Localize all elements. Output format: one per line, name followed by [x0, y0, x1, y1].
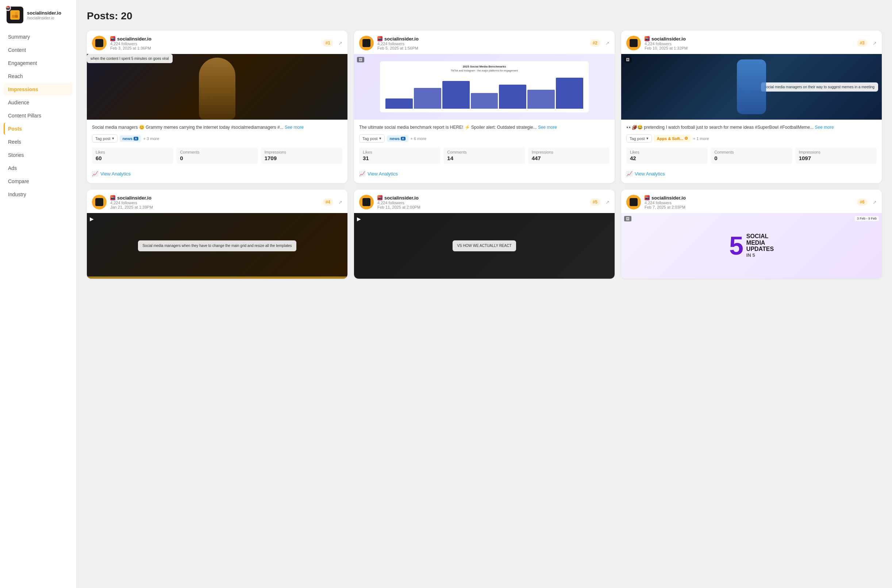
- instagram-icon-6: 📷: [644, 195, 650, 200]
- main-content: Posts: 20 📷 socialinsider.io 4,224 follo…: [77, 0, 892, 588]
- tag-more-3: + 1 more: [693, 136, 709, 141]
- stats-row-2: Likes 31 Comments 14 Impressions 447: [359, 147, 610, 164]
- analytics-icon-2: 📈: [359, 171, 365, 177]
- tag-news-2[interactable]: news A: [387, 135, 408, 142]
- instagram-icon-4: 📷: [110, 195, 115, 200]
- chart-bar: [471, 93, 498, 109]
- external-link-2[interactable]: ↗: [605, 40, 610, 46]
- see-more-1[interactable]: See more: [285, 125, 304, 130]
- post-account-name-1: 📷 socialinsider.io: [110, 36, 319, 42]
- instagram-icon-1: 📷: [110, 36, 115, 41]
- tag-post-btn-3[interactable]: Tag post ▾: [626, 134, 652, 142]
- view-analytics-btn-3[interactable]: 📈 View Analytics: [626, 168, 665, 179]
- sidebar-item-summary[interactable]: Summary: [4, 31, 73, 43]
- sidebar-item-impressions[interactable]: Impressions: [4, 83, 73, 96]
- tag-post-btn-2[interactable]: Tag post ▾: [359, 134, 385, 142]
- tag-post-btn-1[interactable]: Tag post ▾: [92, 134, 117, 142]
- post-rank-6: #6: [857, 198, 868, 206]
- tag-news-1[interactable]: news A: [120, 135, 141, 142]
- sidebar-item-content-pillars[interactable]: Content Pillars: [4, 110, 73, 122]
- stat-likes-1: Likes 60: [92, 147, 173, 164]
- post-rank-2: #2: [590, 39, 601, 47]
- svg-rect-2: [12, 15, 15, 18]
- post-image-5: ▶ VS HOW WE ACTUALLY REACT: [354, 213, 615, 279]
- see-more-3[interactable]: See more: [815, 125, 834, 130]
- post-image-6: 🖼 3 Feb - 9 Feb 5 SOCIAL MEDIA UPDATES I…: [621, 213, 882, 279]
- post-account-name-2: 📷 socialinsider.io: [377, 36, 586, 42]
- post-rank-4: #4: [323, 198, 333, 206]
- chart-bar: [385, 99, 413, 109]
- post-rank-1: #1: [323, 39, 333, 47]
- svg-rect-0: [12, 12, 15, 15]
- sidebar-item-reels[interactable]: Reels: [4, 136, 73, 148]
- post-text-1: Social media managers 😊 Grammy memes car…: [92, 124, 342, 130]
- sidebar-item-posts[interactable]: Posts: [4, 123, 73, 135]
- post-card-4: 📷 socialinsider.io 4,224 followers Jan 2…: [87, 190, 347, 279]
- image-type-icon-3: 🖼: [624, 57, 631, 62]
- post-image-4: ▶ Social media managers when they have t…: [87, 213, 347, 279]
- post-card-5: 📷 socialinsider.io 4,224 followers Feb 1…: [354, 190, 615, 279]
- post-followers-5: 4,224 followers: [377, 201, 586, 205]
- svg-rect-3: [15, 15, 18, 18]
- post-header-6: 📷 socialinsider.io 4,224 followers Feb 7…: [621, 190, 882, 213]
- post-card-3: 📷 socialinsider.io 4,224 followers Feb 1…: [621, 31, 882, 183]
- post-account-name-3: 📷 socialinsider.io: [644, 36, 853, 42]
- stats-row-3: Likes 42 Comments 0 Impressions 1097: [626, 147, 877, 164]
- sidebar-item-engagement[interactable]: Engagement: [4, 57, 73, 69]
- video-icon-5: ▶: [357, 216, 361, 222]
- sidebar-item-ads[interactable]: Ads: [4, 162, 73, 174]
- sidebar-item-stories[interactable]: Stories: [4, 149, 73, 161]
- post-card-2: 📷 socialinsider.io 4,224 followers Feb 5…: [354, 31, 615, 183]
- post-avatar-2: [359, 36, 374, 50]
- post6-visual: 5 SOCIAL MEDIA UPDATES IN 5: [729, 233, 774, 259]
- external-link-5[interactable]: ↗: [605, 200, 610, 205]
- tags-row-2: Tag post ▾ news A + 6 more: [359, 134, 610, 142]
- stat-comments-3: Comments 0: [710, 147, 792, 164]
- brand-handle: /socialinsider.io: [27, 16, 61, 20]
- post-account-name-5: 📷 socialinsider.io: [377, 195, 586, 201]
- analytics-icon-3: 📈: [626, 171, 632, 177]
- instagram-icon: 📷: [5, 5, 11, 11]
- brand-logo: 📷: [7, 7, 23, 23]
- post-account-info-5: 📷 socialinsider.io 4,224 followers Feb 1…: [377, 195, 586, 209]
- post-overlay-4: Social media managers when they have to …: [138, 240, 296, 251]
- post-image-1: 🖼 when the content I spent 5 minutes on …: [87, 54, 347, 120]
- post-date-3: Feb 10, 2025 at 1:32PM: [644, 46, 853, 50]
- post6-text: SOCIAL MEDIA UPDATES IN 5: [746, 233, 774, 259]
- sidebar-item-reach[interactable]: Reach: [4, 70, 73, 82]
- tags-row-1: Tag post ▾ news A + 3 more: [92, 134, 342, 142]
- see-more-2[interactable]: See more: [538, 125, 557, 130]
- external-link-3[interactable]: ↗: [872, 40, 877, 46]
- sidebar-item-audience[interactable]: Audience: [4, 96, 73, 109]
- instagram-icon-3: 📷: [644, 36, 650, 41]
- post-followers-6: 4,224 followers: [644, 201, 853, 205]
- svg-rect-1: [15, 12, 18, 15]
- external-link-1[interactable]: ↗: [338, 40, 342, 46]
- brand-logo-inner: [10, 10, 20, 20]
- chart-bar: [527, 90, 555, 109]
- stat-impressions-1: Impressions 1709: [261, 147, 342, 164]
- post-followers-2: 4,224 followers: [377, 42, 586, 46]
- post-followers-3: 4,224 followers: [644, 42, 853, 46]
- post-avatar-1: [92, 36, 107, 50]
- image-type-icon-6: 🖼: [624, 216, 631, 221]
- external-link-4[interactable]: ↗: [338, 200, 342, 205]
- view-analytics-btn-2[interactable]: 📈 View Analytics: [359, 168, 398, 179]
- post-date-2: Feb 5, 2025 at 1:56PM: [377, 46, 586, 50]
- post-date-5: Feb 11, 2025 at 2:00PM: [377, 205, 586, 209]
- brand-section: 📷 socialinsider.io /socialinsider.io: [0, 7, 76, 31]
- post-account-info-3: 📷 socialinsider.io 4,224 followers Feb 1…: [644, 36, 853, 50]
- tag-apps-3[interactable]: Apps & Soft... ⚙: [654, 135, 691, 142]
- post-date-4: Jan 21, 2025 at 1:39PM: [110, 205, 319, 209]
- image-type-icon-2: 🖼: [357, 57, 364, 62]
- sidebar-item-industry[interactable]: Industry: [4, 188, 73, 201]
- sidebar-item-compare[interactable]: Compare: [4, 175, 73, 188]
- post-text-3: 👀🏈😂 pretending I watch football just to …: [626, 124, 877, 130]
- external-link-6[interactable]: ↗: [872, 200, 877, 205]
- brand-text: socialinsider.io /socialinsider.io: [27, 10, 61, 20]
- sidebar-item-content[interactable]: Content: [4, 44, 73, 56]
- view-analytics-btn-1[interactable]: 📈 View Analytics: [92, 168, 131, 179]
- post-account-name-6: 📷 socialinsider.io: [644, 195, 853, 201]
- post-header-3: 📷 socialinsider.io 4,224 followers Feb 1…: [621, 31, 882, 54]
- chart-bar: [442, 81, 470, 109]
